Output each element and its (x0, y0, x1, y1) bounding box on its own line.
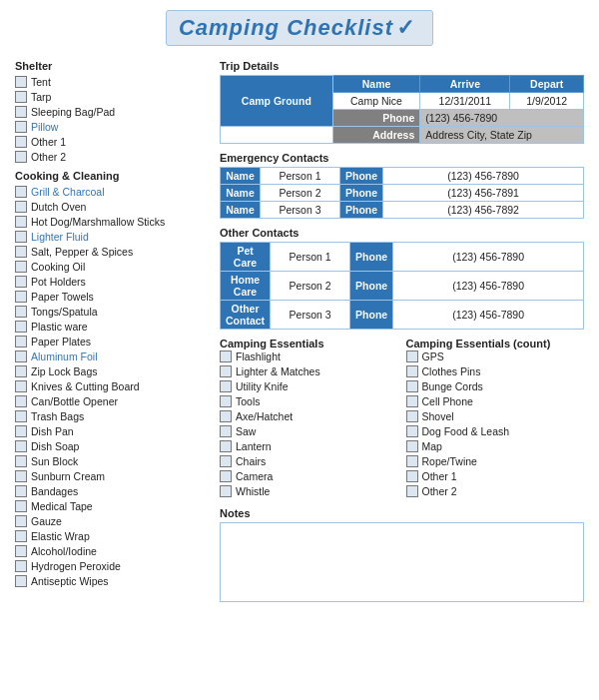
item-label: Elastic Wrap (31, 530, 90, 542)
checkbox[interactable] (406, 440, 418, 452)
essentials-col1: FlashlightLighter & MatchesUtility Knife… (220, 350, 398, 499)
checkbox[interactable] (406, 410, 418, 422)
checkbox[interactable] (15, 545, 27, 557)
checkbox[interactable] (15, 276, 27, 288)
list-item: Trash Bags (15, 409, 210, 423)
contact-phone-label: Phone (340, 185, 383, 202)
contact-phone: (123) 456-7890 (383, 168, 584, 185)
item-label: Lighter Fluid (31, 231, 89, 243)
essentials-title1: Camping Essentials (220, 338, 398, 350)
other-contact-phone: (123) 456-7890 (393, 243, 584, 272)
checkbox[interactable] (15, 231, 27, 243)
checkbox[interactable] (406, 395, 418, 407)
checkbox[interactable] (406, 425, 418, 437)
checkbox[interactable] (15, 306, 27, 318)
notes-section: Notes (220, 507, 584, 602)
item-label: Utility Knife (236, 380, 289, 392)
table-row: Name Person 1 Phone (123) 456-7890 (221, 168, 584, 185)
item-label: Other 1 (31, 136, 66, 148)
checkbox[interactable] (220, 410, 232, 422)
checkbox[interactable] (220, 440, 232, 452)
shelter-items: TentTarpSleeping Bag/PadPillowOther 1Oth… (15, 75, 210, 164)
checkbox[interactable] (15, 365, 27, 377)
checkbox[interactable] (406, 455, 418, 467)
checkbox[interactable] (220, 350, 232, 362)
list-item: Can/Bottle Opener (15, 394, 210, 408)
checkbox[interactable] (15, 151, 27, 163)
list-item: Bandages (15, 484, 210, 498)
other-contact-phone-label: Phone (350, 301, 393, 330)
list-item: Hot Dog/Marshmallow Sticks (15, 215, 210, 229)
notes-box[interactable] (220, 522, 584, 602)
item-label: Knives & Cutting Board (31, 380, 140, 392)
checkbox[interactable] (15, 106, 27, 118)
checkbox[interactable] (15, 291, 27, 303)
other-contact-person: Person 2 (271, 272, 350, 301)
checkbox[interactable] (220, 425, 232, 437)
checkbox[interactable] (406, 350, 418, 362)
list-item: Sun Block (15, 454, 210, 468)
checkbox[interactable] (220, 395, 232, 407)
checkbox[interactable] (15, 246, 27, 258)
notes-title: Notes (220, 507, 584, 519)
checkbox[interactable] (15, 500, 27, 512)
trip-section: Trip Details Camp Ground Name Arrive Dep… (220, 60, 584, 144)
checkbox[interactable] (15, 121, 27, 133)
list-item: Pot Holders (15, 275, 210, 289)
checkbox[interactable] (15, 261, 27, 273)
checkbox[interactable] (406, 380, 418, 392)
checkbox[interactable] (15, 136, 27, 148)
checkbox[interactable] (15, 530, 27, 542)
checkbox[interactable] (15, 186, 27, 198)
contact-person: Person 2 (261, 185, 340, 202)
item-label: Saw (236, 425, 256, 437)
trip-title: Trip Details (220, 60, 584, 72)
checkbox[interactable] (15, 470, 27, 482)
checkbox[interactable] (15, 321, 27, 333)
checkbox[interactable] (406, 365, 418, 377)
name-header: Name (332, 76, 420, 93)
checkbox[interactable] (15, 350, 27, 362)
other-contact-phone-label: Phone (350, 272, 393, 301)
checkbox[interactable] (15, 515, 27, 527)
item-label: Bunge Cords (422, 380, 483, 392)
checkbox[interactable] (15, 425, 27, 437)
checkbox[interactable] (220, 470, 232, 482)
checkbox[interactable] (15, 395, 27, 407)
checkbox[interactable] (15, 410, 27, 422)
list-item: Shovel (406, 409, 585, 423)
checkbox[interactable] (15, 575, 27, 587)
list-item: Alcohol/Iodine (15, 544, 210, 558)
checkbox[interactable] (220, 485, 232, 497)
checkbox[interactable] (15, 560, 27, 572)
checkbox[interactable] (406, 485, 418, 497)
item-label: Hot Dog/Marshmallow Sticks (31, 216, 165, 228)
checkbox[interactable] (15, 380, 27, 392)
list-item: Hydrogen Peroxide (15, 559, 210, 573)
item-label: Tent (31, 76, 51, 88)
checkbox[interactable] (15, 91, 27, 103)
campground-label: Camp Ground (221, 76, 333, 127)
checkbox[interactable] (15, 336, 27, 348)
checkbox[interactable] (15, 201, 27, 213)
list-item: Salt, Pepper & Spices (15, 245, 210, 259)
item-label: Zip Lock Bags (31, 365, 98, 377)
list-item: Antiseptic Wipes (15, 574, 210, 588)
checkbox[interactable] (220, 365, 232, 377)
list-item: Knives & Cutting Board (15, 379, 210, 393)
checkbox[interactable] (406, 470, 418, 482)
checkbox[interactable] (15, 485, 27, 497)
item-label: Hydrogen Peroxide (31, 560, 121, 572)
checkbox[interactable] (220, 455, 232, 467)
other-contact-phone: (123) 456-7890 (393, 272, 584, 301)
title-box: Camping Checklist ✓ (166, 10, 433, 46)
list-item: Dish Pan (15, 424, 210, 438)
essentials-title2: Camping Essentials (count) (406, 338, 585, 350)
checkbox[interactable] (15, 76, 27, 88)
list-item: Bunge Cords (406, 379, 585, 393)
checkbox[interactable] (220, 380, 232, 392)
checkbox[interactable] (15, 216, 27, 228)
item-label: Dish Pan (31, 425, 74, 437)
checkbox[interactable] (15, 455, 27, 467)
checkbox[interactable] (15, 440, 27, 452)
